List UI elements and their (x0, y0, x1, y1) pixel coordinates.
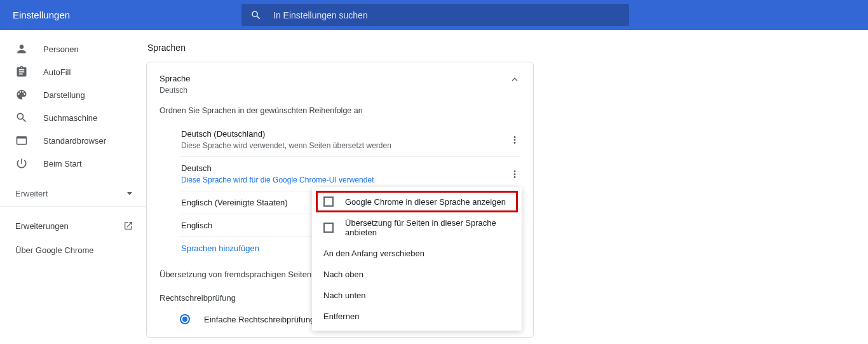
ctx-move-down[interactable]: Nach unten (312, 285, 522, 306)
search-icon (15, 111, 28, 124)
browser-icon (15, 134, 28, 147)
sidebar-item-standardbrowser[interactable]: Standardbrowser (0, 129, 146, 152)
open-external-icon (123, 221, 133, 231)
ctx-offer-translate[interactable]: Übersetzung für Seiten in dieser Sprache… (312, 212, 522, 243)
language-card: Sprache Deutsch Ordnen Sie Sprachen in d… (146, 62, 534, 338)
sidebar-item-erweiterungen[interactable]: Erweiterungen (0, 213, 146, 238)
power-icon (15, 157, 28, 170)
clipboard-icon (15, 65, 28, 78)
chevron-up-icon[interactable] (509, 74, 520, 85)
sidebar-item-beimstart[interactable]: Beim Start (0, 152, 146, 175)
search-icon (250, 10, 262, 21)
sidebar: Personen AutoFill Darstellung Suchmaschi… (0, 30, 146, 344)
checkbox-icon (323, 196, 334, 207)
sidebar-item-autofill[interactable]: AutoFill (0, 60, 146, 83)
language-context-menu: Google Chrome in dieser Sprache anzeigen… (312, 187, 522, 331)
palette-icon (15, 88, 28, 101)
person-icon (15, 43, 28, 55)
sidebar-item-suchmaschine[interactable]: Suchmaschine (0, 106, 146, 129)
sidebar-item-personen[interactable]: Personen (0, 38, 146, 60)
language-title: Sprache (159, 74, 190, 83)
page-title: Einstellungen (13, 10, 241, 20)
ctx-display-chrome-in-lang[interactable]: Google Chrome in dieser Sprache anzeigen (316, 191, 518, 212)
kebab-icon[interactable] (509, 169, 520, 180)
advanced-toggle[interactable]: Erweitert (0, 181, 146, 207)
language-subtitle: Deutsch (159, 86, 190, 95)
radio-icon (180, 314, 190, 324)
app-header: Einstellungen In Einstellungen suchen (0, 0, 868, 30)
ctx-move-up[interactable]: Nach oben (312, 264, 522, 285)
language-row: Deutsch (Deutschland) Diese Sprache wird… (180, 123, 520, 157)
sidebar-item-darstellung[interactable]: Darstellung (0, 83, 146, 106)
checkbox-icon (323, 223, 334, 233)
search-input[interactable]: In Einstellungen suchen (241, 4, 629, 26)
language-row: Deutsch Diese Sprache wird für die Googl… (180, 157, 520, 191)
sidebar-item-about[interactable]: Über Google Chrome (0, 238, 146, 261)
ctx-remove[interactable]: Entfernen (312, 306, 522, 327)
section-title: Sprachen (147, 43, 868, 53)
main-content: Sprachen Sprache Deutsch Ordnen Sie Spra… (146, 30, 868, 344)
search-placeholder: In Einstellungen suchen (273, 10, 368, 20)
order-instruction: Ordnen Sie Sprachen in der gewünschten R… (159, 106, 520, 115)
chevron-down-icon (127, 192, 132, 195)
kebab-icon[interactable] (509, 134, 520, 146)
ctx-move-top[interactable]: An den Anfang verschieben (312, 243, 522, 264)
